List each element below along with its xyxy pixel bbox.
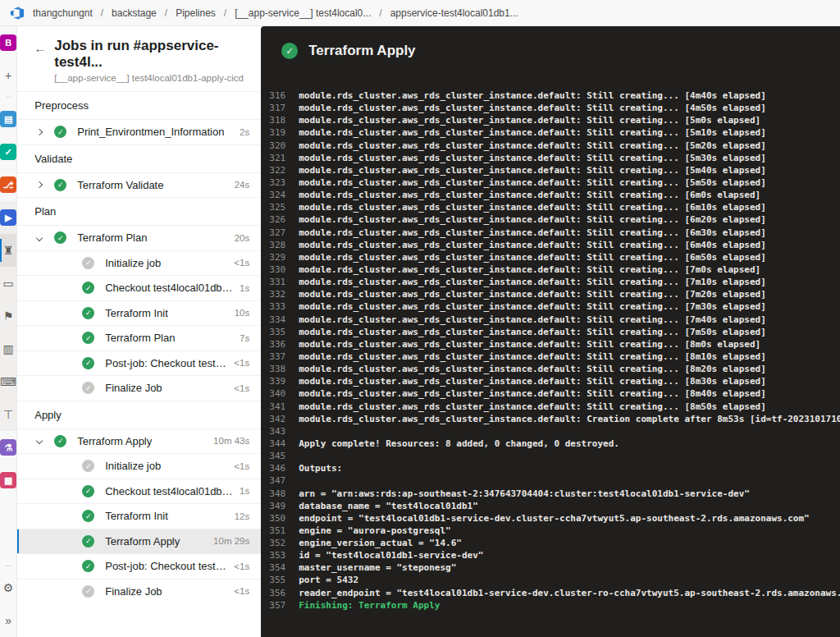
- add-project-icon[interactable]: +: [0, 59, 16, 92]
- expand-rail-icon[interactable]: »: [0, 604, 16, 637]
- environments-icon[interactable]: ▭: [0, 267, 16, 300]
- job-row[interactable]: ✓ Initialize job <1s: [17, 453, 261, 479]
- breadcrumb-item-label[interactable]: appservice-test4local01db1...: [390, 7, 518, 19]
- log-line-number[interactable]: 344: [261, 438, 285, 450]
- log-line-number[interactable]: 351: [261, 525, 285, 537]
- log-line-text: engine = "aurora-postgresql": [299, 525, 450, 537]
- breadcrumb-item[interactable]: thangchungnt /: [33, 7, 112, 19]
- job-row[interactable]: ✓ Terraform Apply 10m 29s: [17, 529, 261, 554]
- job-row[interactable]: ✓ Terraform Apply 10m 43s: [17, 428, 261, 454]
- chevron-icon[interactable]: [35, 128, 43, 136]
- log-line-number[interactable]: 323: [261, 176, 285, 189]
- breadcrumb-item-label[interactable]: Pipelines: [176, 7, 216, 19]
- log-line-number[interactable]: 350: [261, 512, 285, 525]
- breadcrumb-item[interactable]: [__app-service__] test4local0... /: [235, 7, 390, 19]
- deployment-groups-icon: ⊤: [3, 408, 13, 421]
- status-check-icon: ✓: [82, 357, 94, 369]
- log-line-number[interactable]: 329: [261, 251, 285, 264]
- log-line-number[interactable]: 346: [261, 462, 285, 474]
- log-line-number[interactable]: 348: [261, 488, 285, 500]
- log-line-number[interactable]: 330: [261, 264, 285, 276]
- log-line-number[interactable]: 338: [261, 363, 285, 375]
- log-line-number[interactable]: 318: [261, 114, 285, 126]
- log-line-number[interactable]: 354: [261, 561, 285, 574]
- project-avatar[interactable]: B: [0, 26, 16, 59]
- library-icon[interactable]: ▥: [0, 332, 16, 365]
- job-row[interactable]: ✓ Print_Environtmen_Information 2s: [17, 119, 261, 144]
- log-line: 341 module.rds_cluster.aws_rds_cluster_i…: [261, 401, 840, 413]
- job-duration: <1s: [234, 586, 249, 596]
- job-row[interactable]: ✓ Post-job: Checkout test4local01... <1s: [17, 351, 261, 376]
- artifacts-icon[interactable]: ▦: [0, 464, 16, 497]
- log-line-number[interactable]: 353: [261, 549, 285, 561]
- log-line-number[interactable]: 355: [261, 574, 285, 586]
- job-row[interactable]: ✓ Terraform Validate 24s: [17, 172, 261, 198]
- breadcrumb-item[interactable]: Pipelines /: [176, 7, 235, 19]
- boards-icon[interactable]: ✓: [0, 135, 16, 168]
- overview-icon[interactable]: ▤: [0, 103, 16, 135]
- log-line-number[interactable]: 336: [261, 338, 285, 351]
- job-row[interactable]: ✓ Post-job: Checkout test4local01... <1s: [17, 553, 261, 579]
- log-line-number[interactable]: 332: [261, 288, 285, 300]
- log-line-number[interactable]: 352: [261, 537, 285, 549]
- log-line-number[interactable]: 334: [261, 314, 285, 326]
- log-line-text: module.rds_cluster.aws_rds_cluster_insta…: [299, 314, 766, 326]
- job-row[interactable]: ✓ Terraform Plan 20s: [17, 225, 261, 250]
- chevron-icon[interactable]: [35, 234, 43, 242]
- log-line-number[interactable]: 320: [261, 140, 285, 152]
- breadcrumb-item-label[interactable]: thangchungnt: [33, 7, 93, 19]
- breadcrumb-item[interactable]: appservice-test4local01db1... /: [390, 7, 518, 19]
- repos-icon[interactable]: ⎇: [0, 168, 16, 201]
- log-line-number[interactable]: 317: [261, 102, 285, 114]
- back-arrow-icon[interactable]: ←: [34, 41, 46, 55]
- job-row[interactable]: ✓ Checkout test4local01db1@main ... 1s: [17, 275, 261, 300]
- job-row[interactable]: ✓ Finalize Job <1s: [17, 579, 261, 604]
- log-line-number[interactable]: 319: [261, 126, 285, 139]
- job-row[interactable]: ✓ Terraform Init 12s: [17, 503, 261, 529]
- deployment-groups-icon[interactable]: ⊤: [0, 398, 16, 431]
- log-line-text: module.rds_cluster.aws_rds_cluster_insta…: [299, 152, 766, 164]
- log-line-number[interactable]: 321: [261, 152, 285, 164]
- job-row[interactable]: ✓ Terraform Plan 7s: [17, 325, 261, 351]
- log-line-number[interactable]: 345: [261, 450, 285, 462]
- log-line-number[interactable]: 339: [261, 375, 285, 387]
- project-settings-gear-icon[interactable]: ⚙: [0, 571, 16, 604]
- job-row[interactable]: ✓ Terraform Init 10s: [17, 300, 261, 326]
- log-line-number[interactable]: 325: [261, 201, 285, 213]
- log-line: 319 module.rds_cluster.aws_rds_cluster_i…: [261, 126, 840, 139]
- chevron-icon[interactable]: [35, 437, 43, 445]
- log-line-number[interactable]: 342: [261, 413, 285, 425]
- log-line: 338 module.rds_cluster.aws_rds_cluster_i…: [261, 363, 840, 375]
- releases-icon[interactable]: ⚑: [0, 300, 16, 332]
- breadcrumb-item-label[interactable]: [__app-service__] test4local0...: [235, 7, 371, 19]
- log-line-number[interactable]: 340: [261, 387, 285, 400]
- breadcrumb-item-label[interactable]: backstage: [112, 7, 157, 19]
- log-line-number[interactable]: 347: [261, 474, 285, 487]
- pipelines-icon[interactable]: ▶: [0, 201, 16, 234]
- log-line-number[interactable]: 324: [261, 189, 285, 201]
- azure-devops-logo-icon[interactable]: [10, 6, 25, 21]
- log-line-number[interactable]: 341: [261, 401, 285, 413]
- log-line-number[interactable]: 349: [261, 500, 285, 512]
- job-row[interactable]: ✓ Finalize Job <1s: [17, 375, 261, 401]
- log-line-number[interactable]: 326: [261, 213, 285, 226]
- log-line-number[interactable]: 333: [261, 300, 285, 313]
- breadcrumb-item[interactable]: backstage /: [112, 7, 176, 19]
- pipelines-runs-icon[interactable]: ♜: [0, 234, 16, 267]
- log-line-number[interactable]: 335: [261, 326, 285, 338]
- test-plans-icon[interactable]: ⚗: [0, 431, 16, 464]
- log-line-number[interactable]: 316: [261, 89, 285, 102]
- log-line-number[interactable]: 328: [261, 239, 285, 251]
- log-line-number[interactable]: 357: [261, 599, 285, 612]
- log-line-number[interactable]: 337: [261, 351, 285, 363]
- log-line-number[interactable]: 331: [261, 276, 285, 288]
- job-row[interactable]: ✓ Checkout test4local01db1@main ... 1s: [17, 479, 261, 504]
- log-line-number[interactable]: 327: [261, 227, 285, 239]
- log-line-number[interactable]: 356: [261, 587, 285, 599]
- log-line-number[interactable]: 322: [261, 164, 285, 176]
- task-groups-icon[interactable]: ⌨: [0, 365, 16, 398]
- log-line-number[interactable]: 343: [261, 425, 285, 438]
- chevron-icon[interactable]: [35, 181, 43, 189]
- stage-header: Preprocess: [17, 91, 261, 119]
- job-row[interactable]: ✓ Initialize job <1s: [17, 250, 261, 276]
